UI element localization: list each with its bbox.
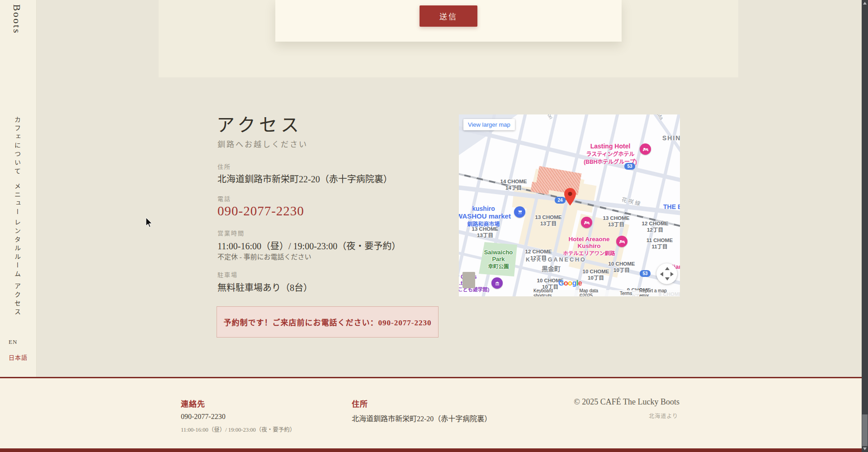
district-label-shin: SHIN	[662, 134, 680, 142]
page: The Lucky Boots カフェについて メニュー レンタルルーム アクセ…	[0, 0, 868, 452]
keyboard-shortcuts-link[interactable]: Keyboard shortcuts	[533, 288, 572, 296]
block-label: 12 CHOME12丁目	[633, 220, 677, 233]
lang-en[interactable]: EN	[9, 338, 17, 346]
reservation-notice-text: 予約制です！ご来店前にお電話ください：090-2077-2230	[224, 316, 432, 328]
block-label: 13 CHOME13丁目	[527, 214, 570, 227]
pan-right-icon[interactable]	[670, 272, 674, 276]
bottom-accent-bar	[0, 448, 862, 452]
sidebar-item-menu[interactable]: メニュー	[12, 183, 21, 217]
scrollbar-thumb[interactable]	[862, 414, 868, 446]
footer-phone[interactable]: 090-2077-2230	[181, 413, 226, 421]
phone-label: 電話	[217, 194, 231, 203]
hotel-icon[interactable]	[581, 217, 592, 228]
vertical-scrollbar[interactable]	[862, 0, 868, 452]
route-shield-53: 53	[624, 163, 635, 170]
map-data-label: Map data ©2025	[579, 288, 613, 296]
map-attribution-bar: Keyboard shortcuts Map data ©2025 Terms …	[533, 290, 680, 296]
hours-value: 11:00-16:00（昼）/ 19:00-23:00（夜・要予約）	[217, 239, 401, 252]
google-map[interactable]: ori Ma 花咲線 SHIN KUROGANECHO 黒金町 14 CHOME…	[459, 114, 680, 296]
block-label: 14 CHOME14丁目	[492, 178, 535, 191]
address-label: 住所	[217, 162, 231, 171]
pan-down-icon[interactable]	[665, 277, 670, 281]
footer-tagline: 北海道より	[649, 412, 678, 420]
footer-contact-heading: 連絡先	[181, 398, 205, 409]
poi-hotel-areaone[interactable]: Hotel Areaone Kushiro ホテルエリアワン釧路	[557, 236, 621, 257]
footer-hours: 11:00-16:00（昼）/ 19:00-23:00（夜・要予約）	[181, 425, 295, 433]
district-label-kuroganecho-ja: 黒金町	[542, 264, 561, 273]
site-logo[interactable]: The Lucky Boots	[11, 0, 23, 34]
sidebar-item-about[interactable]: カフェについて	[12, 116, 21, 176]
scrollbar-up-arrow[interactable]	[863, 2, 867, 5]
hours-note: 不定休 - 事前にお電話ください	[217, 252, 311, 261]
hours-label: 営業時間	[217, 228, 245, 237]
footer-address: 北海道釧路市新栄町22-20（赤十字病院裏）	[352, 413, 491, 423]
parking-label: 駐車場	[217, 270, 238, 279]
reservation-notice: 予約制です！ご来店前にお電話ください：090-2077-2230	[217, 306, 439, 338]
block-label: 12 CHOME12丁目	[517, 248, 560, 262]
mouse-cursor	[146, 217, 153, 230]
lang-ja[interactable]: 日本語	[9, 353, 28, 362]
hotel-icon[interactable]	[616, 236, 627, 247]
museum-icon[interactable]	[491, 277, 503, 289]
block-label: 13 CHOME13丁目	[463, 226, 507, 239]
phone-link[interactable]: 090-2077-2230	[217, 204, 304, 219]
poi-lasting-hotel[interactable]: Lasting Hotel ラスティングホテル (BBHホテルグループ)	[581, 143, 640, 165]
google-logo[interactable]: Google	[558, 279, 582, 287]
terms-link[interactable]: Terms	[620, 291, 632, 296]
contact-form-section: 送信	[159, 0, 738, 77]
poi-saiwaicho-park[interactable]: Saiwaicho Park 幸町公園	[477, 249, 520, 270]
page-subtitle: 釧路へお越しください	[217, 138, 308, 149]
address-value: 北海道釧路市新栄町22-20（赤十字病院裏）	[217, 172, 392, 185]
poi-the-b[interactable]: THE B	[663, 203, 680, 210]
block-label: 13 CHOME13丁目	[594, 215, 638, 228]
report-map-error-link[interactable]: Report a map error	[639, 288, 677, 296]
market-icon[interactable]	[514, 206, 525, 218]
pan-left-icon[interactable]	[660, 272, 663, 276]
block-label: 11 CHOME11丁目	[638, 237, 680, 250]
parking-value: 無料駐車場あり（8台）	[217, 281, 312, 294]
scrollbar-down-arrow[interactable]	[863, 447, 867, 450]
page-title: アクセス	[217, 110, 302, 137]
map-pan-control[interactable]	[656, 263, 677, 284]
sidebar-item-access[interactable]: アクセス	[12, 283, 21, 317]
route-shield-53: 53	[640, 270, 651, 277]
footer-address-heading: 住所	[352, 398, 368, 409]
hotel-icon[interactable]	[640, 143, 651, 155]
view-larger-map-button[interactable]: View larger map	[463, 119, 515, 130]
footer: 連絡先 090-2077-2230 11:00-16:00（昼）/ 19:00-…	[0, 377, 868, 452]
map-photo-thumbnail	[462, 272, 475, 288]
sidebar-item-rental[interactable]: レンタルルーム	[12, 219, 21, 279]
submit-button[interactable]: 送信	[420, 5, 477, 27]
map-marker-pin[interactable]	[564, 188, 576, 208]
pan-up-icon[interactable]	[665, 267, 670, 270]
poi-washou-market[interactable]: kushiro WASHOU market 釧路和商市場	[459, 205, 512, 228]
footer-copyright: © 2025 CAFÉ The Lucky Boots	[574, 397, 679, 407]
contact-form-card: 送信	[275, 0, 622, 42]
